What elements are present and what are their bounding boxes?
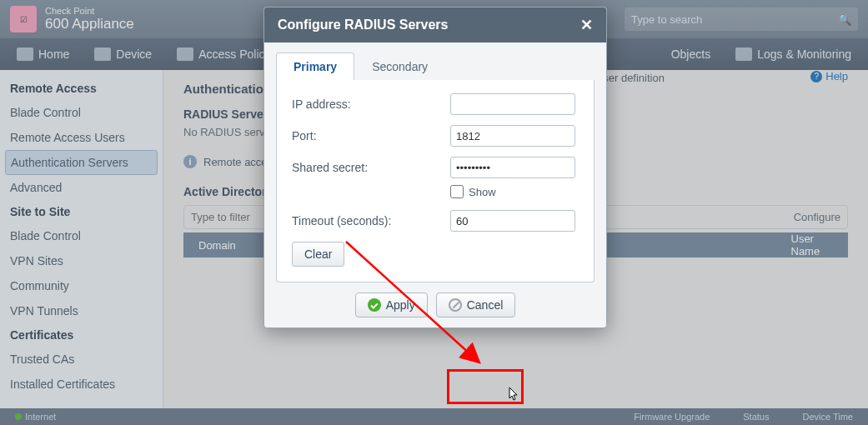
modal-footer: Apply Cancel	[264, 282, 606, 328]
clear-button[interactable]: Clear	[292, 242, 344, 267]
close-icon[interactable]: ✕	[580, 16, 593, 34]
tab-primary[interactable]: Primary	[276, 52, 354, 80]
ip-label: IP address:	[292, 98, 450, 111]
secret-label: Shared secret:	[292, 161, 450, 174]
ip-input[interactable]	[450, 93, 575, 115]
configure-radius-modal: Configure RADIUS Servers ✕ Primary Secon…	[263, 7, 607, 328]
port-label: Port:	[292, 129, 450, 142]
modal-body: IP address: Port: Shared secret: Show Ti…	[276, 80, 595, 282]
port-input[interactable]	[450, 125, 575, 147]
modal-tabs: Primary Secondary	[264, 42, 606, 80]
mouse-cursor-icon	[507, 387, 520, 403]
show-checkbox[interactable]	[450, 185, 464, 198]
secret-input[interactable]	[450, 157, 575, 178]
modal-title-bar: Configure RADIUS Servers ✕	[264, 8, 606, 42]
cancel-icon	[449, 298, 462, 312]
apply-button[interactable]: Apply	[355, 292, 428, 318]
check-icon	[368, 298, 381, 312]
tab-secondary[interactable]: Secondary	[354, 52, 445, 80]
timeout-label: Timeout (seconds):	[292, 214, 450, 228]
timeout-input[interactable]	[450, 210, 575, 232]
cancel-button[interactable]: Cancel	[436, 292, 516, 318]
modal-title: Configure RADIUS Servers	[278, 18, 449, 32]
show-label: Show	[469, 186, 496, 198]
